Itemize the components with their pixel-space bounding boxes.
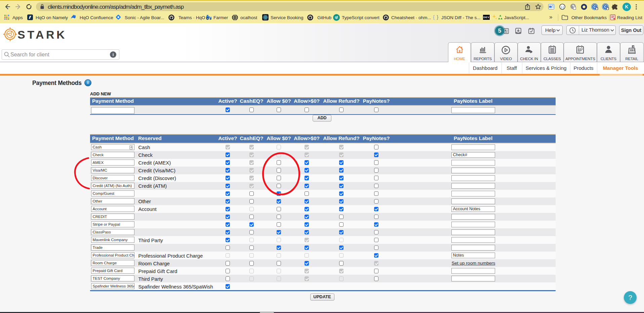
svg-text:{..}: {..}: [561, 6, 564, 8]
